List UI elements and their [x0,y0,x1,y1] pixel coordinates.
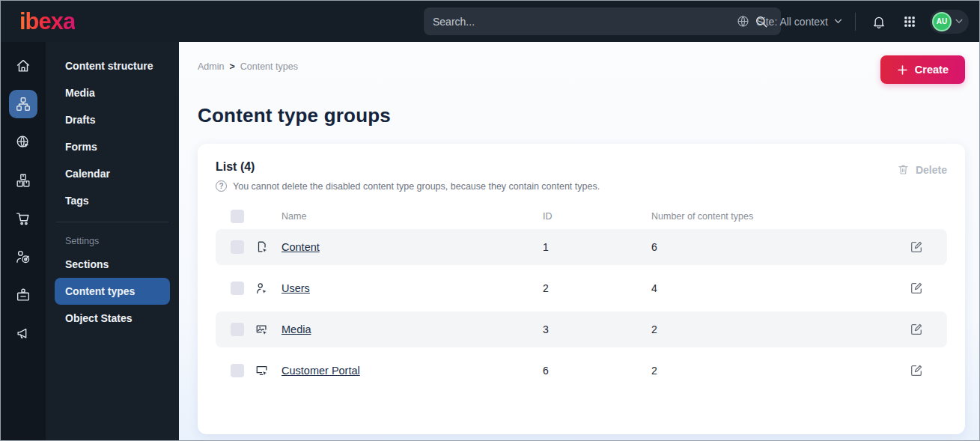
content-type-groups-card: List (4) ? You cannot delete the disable… [198,144,965,434]
group-count: 2 [651,323,898,335]
group-count: 6 [651,241,898,253]
main-content: Admin > Content types Create Content typ… [179,42,979,440]
avatar: AU [932,12,952,31]
user-icon [255,282,270,295]
breadcrumb-separator: > [229,61,234,72]
global-search[interactable] [424,7,781,35]
site-context-dropdown[interactable]: Site: All context [736,14,842,28]
site-context-label: Site: All context [756,16,828,28]
globe-icon [736,14,750,28]
sidebar-item-tags[interactable]: Tags [55,187,170,214]
edit-icon[interactable] [910,240,932,254]
monitor-icon [255,364,270,377]
content-structure-icon[interactable] [9,90,37,118]
group-id: 1 [543,241,640,253]
icon-rail [1,42,46,440]
sidebar-item-calendar[interactable]: Calendar [55,160,170,187]
edit-icon[interactable] [910,323,932,336]
app-grid-icon[interactable] [899,11,920,32]
delete-button-label: Delete [916,164,947,176]
breadcrumb-current: Content types [240,61,298,72]
edit-icon[interactable] [910,364,932,377]
home-icon[interactable] [9,52,37,80]
plus-icon [897,64,908,76]
row-checkbox[interactable] [231,323,244,336]
column-header-id: ID [543,211,640,222]
edit-icon[interactable] [910,282,932,295]
id-badge-icon[interactable] [9,281,37,309]
topbar-right-cluster: Site: All context AU [736,1,969,42]
group-link[interactable]: Media [281,323,532,335]
sidebar-item-content-structure[interactable]: Content structure [55,52,170,79]
group-link[interactable]: Customer Portal [281,365,532,377]
group-id: 6 [543,365,640,377]
table-row: Media 3 2 [216,311,947,347]
row-checkbox[interactable] [231,240,244,254]
group-link[interactable]: Users [281,282,532,294]
chevron-down-icon [834,19,842,24]
packages-icon[interactable] [9,166,37,195]
group-id: 3 [543,323,640,335]
settings-section-label: Settings [55,230,170,251]
group-count: 2 [651,365,898,377]
row-checkbox[interactable] [231,282,244,295]
sidebar-item-drafts[interactable]: Drafts [55,106,170,133]
list-title: List (4) [216,160,600,174]
bell-icon[interactable] [868,11,889,32]
sidebar-menu: Content structure Media Drafts Forms Cal… [46,42,179,440]
table-row: Content 1 6 [216,229,947,265]
sidebar-item-sections[interactable]: Sections [55,251,170,278]
create-button[interactable]: Create [880,55,965,84]
user-menu[interactable]: AU [930,10,969,34]
create-button-label: Create [915,64,949,76]
group-count: 4 [651,282,898,294]
app-window: ibexa Site: All context [0,0,980,441]
sidebar-item-forms[interactable]: Forms [55,133,170,160]
cart-icon[interactable] [9,204,37,233]
menu-divider [56,222,168,222]
file-icon [255,240,270,254]
help-icon: ? [216,180,227,192]
list-note-text: You cannot delete the disabled content t… [233,181,600,192]
audience-target-icon[interactable] [9,243,37,271]
table-row: Users 2 4 [216,270,947,306]
topbar-divider [855,13,856,31]
group-id: 2 [543,282,640,294]
list-note: ? You cannot delete the disabled content… [216,180,600,192]
group-link[interactable]: Content [281,241,532,253]
sidebar-item-media[interactable]: Media [55,79,170,106]
select-all-checkbox[interactable] [231,210,244,223]
megaphone-icon[interactable] [9,319,37,347]
table-header-row: Name ID Number of content types [216,204,947,229]
column-header-count: Number of content types [651,211,898,222]
row-checkbox[interactable] [231,364,244,377]
image-icon [255,323,270,336]
search-input[interactable] [433,16,751,28]
ibexa-logo[interactable]: ibexa [19,10,75,33]
breadcrumb-admin[interactable]: Admin [198,61,224,72]
content-type-groups-table: Name ID Number of content types Content … [216,204,947,389]
trash-icon [897,163,910,176]
table-row: Customer Portal 6 2 [216,353,947,389]
breadcrumb: Admin > Content types [198,61,298,72]
site-globe-icon[interactable] [9,128,37,156]
page-title: Content type groups [198,104,965,127]
delete-button[interactable]: Delete [897,163,947,176]
top-bar: ibexa Site: All context [1,1,979,42]
sidebar-item-object-states[interactable]: Object States [55,305,170,332]
column-header-name: Name [281,211,532,222]
chevron-down-icon [955,19,963,24]
sidebar-item-content-types[interactable]: Content types [55,278,170,305]
